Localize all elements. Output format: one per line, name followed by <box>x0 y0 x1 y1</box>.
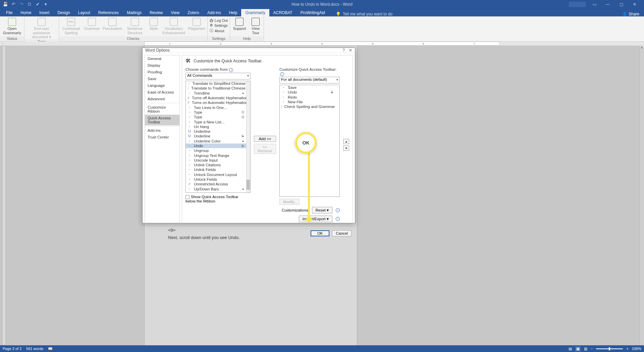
tab-layout[interactable]: Layout <box>74 9 94 16</box>
list-item[interactable]: ▫Check Spelling and Grammar <box>280 104 339 109</box>
list-item[interactable]: UUnderline|▸ <box>186 134 250 138</box>
list-item[interactable]: ▫Undo|▸ <box>186 143 250 148</box>
sidebar-item-trust[interactable]: Trust Center <box>145 134 179 140</box>
list-item[interactable]: ▫Unlink Fields <box>186 167 250 172</box>
read-mode-icon[interactable]: ▤ <box>569 347 572 351</box>
move-down-button[interactable]: ▾ <box>343 145 349 151</box>
sidebar-item-save[interactable]: Save <box>145 75 179 82</box>
contextual-spelling-button[interactable]: ABCContextual Spelling <box>61 18 81 35</box>
about-link[interactable]: ⓘAbout <box>210 28 228 33</box>
sidebar-item-addins[interactable]: Add-ins <box>145 127 179 134</box>
customize-qat-combo[interactable]: For all documents (default) <box>279 77 340 83</box>
vocab-button[interactable]: Vocabulary Enhancement <box>162 18 185 35</box>
tab-view[interactable]: View <box>167 9 184 16</box>
zoom-slider[interactable] <box>596 348 623 349</box>
tab-acrobat[interactable]: ACROBAT <box>269 9 297 16</box>
tab-mailings[interactable]: Mailings <box>123 9 146 16</box>
settings-link[interactable]: ⚙Settings <box>210 23 228 27</box>
web-layout-icon[interactable]: ▥ <box>584 347 587 351</box>
tab-review[interactable]: Review <box>146 9 167 16</box>
undo-icon[interactable]: ↶ <box>11 2 16 7</box>
list-item[interactable]: UUnderline <box>186 129 250 134</box>
logout-link[interactable]: ⏻Log Out <box>210 18 228 22</box>
word-count[interactable]: 561 words <box>26 347 43 351</box>
import-export-button[interactable]: Import/Export ▾ <box>299 216 332 222</box>
list-item[interactable]: ▫Unlock Document Layout <box>186 172 250 177</box>
zoom-level[interactable]: 100% <box>632 347 641 351</box>
list-item[interactable]: ▫New File <box>280 100 339 104</box>
list-item[interactable]: ▫Undo|▸ <box>280 90 339 95</box>
ribbon-display-icon[interactable]: ▭ <box>590 2 599 7</box>
view-tour-button[interactable]: View Tour <box>250 18 262 35</box>
choose-commands-combo[interactable]: All Commands <box>185 73 251 79</box>
list-item[interactable]: ▫Update <box>186 191 250 193</box>
list-item[interactable]: ▫Unlink Citations <box>186 163 250 167</box>
tab-references[interactable]: References <box>94 9 123 16</box>
sidebar-item-advanced[interactable]: Advanced <box>145 96 179 102</box>
print-layout-icon[interactable]: ▦ <box>575 346 581 351</box>
redo-icon[interactable]: ↷ <box>19 2 24 7</box>
list-item[interactable]: ▫Unlock Fields <box>186 177 250 182</box>
tab-zotero[interactable]: Zotero <box>183 9 203 16</box>
sidebar-item-display[interactable]: Display <box>145 62 179 69</box>
dialog-help-icon[interactable]: ? <box>342 48 345 53</box>
sidebar-item-ease[interactable]: Ease of Access <box>145 89 179 96</box>
tab-file[interactable]: File <box>2 9 16 16</box>
zoom-in-button[interactable]: + <box>626 347 628 351</box>
tab-grammarly[interactable]: Grammarly <box>241 9 269 16</box>
zoom-out-button[interactable]: − <box>591 347 593 351</box>
list-item[interactable]: ✓Unrestricted Access <box>186 182 250 186</box>
sidebar-item-customize-ribbon[interactable]: Customize Ribbon <box>145 104 179 115</box>
dialog-close-icon[interactable]: ✕ <box>349 48 352 53</box>
punctuation-button[interactable]: Punctuation <box>103 18 122 31</box>
move-up-button[interactable]: ▴ <box>343 139 349 144</box>
support-button[interactable]: Support <box>232 18 247 31</box>
spellcheck-icon[interactable]: ✔ <box>35 2 40 7</box>
spellcheck-status-icon[interactable]: 📖 <box>48 347 53 351</box>
list-item[interactable]: ▫Trendline▸ <box>186 91 250 96</box>
doc-type-button[interactable]: End-user assistance document ▾ <box>26 18 57 39</box>
list-item[interactable]: ▫Two Lines in One... <box>186 105 250 110</box>
list-item[interactable]: ▫Redo <box>280 95 339 100</box>
tab-addins[interactable]: Add-ins <box>203 9 225 16</box>
save-icon[interactable]: 💾 <box>3 2 8 7</box>
listbox-scrollbar[interactable] <box>246 81 250 192</box>
list-item[interactable]: ▫Unicode Input <box>186 158 250 163</box>
list-item[interactable]: ▫Translate to Simplified Chinese <box>186 81 250 86</box>
share-button[interactable]: 👤 Share <box>622 12 639 16</box>
tab-home[interactable]: Home <box>16 9 35 16</box>
plagiarism-button[interactable]: Plagiarism <box>188 18 205 31</box>
add-button[interactable]: Add >> <box>254 136 276 142</box>
info-icon[interactable]: i <box>280 72 284 76</box>
remove-button[interactable]: << Remove <box>254 144 276 154</box>
list-item[interactable]: ✓Turns off Automatic Hyphenation <box>186 96 250 100</box>
open-grammarly-button[interactable]: Open Grammarly <box>2 18 22 35</box>
list-item[interactable]: ▫Type⊡ <box>186 115 250 119</box>
commands-listbox[interactable]: ▫Translate to Simplified Chinese▫Transla… <box>185 81 251 193</box>
list-item[interactable]: ▫Type⊡ <box>186 110 250 115</box>
ok-button[interactable]: OK <box>311 230 329 236</box>
tab-prowritingaid[interactable]: ProWritingAid <box>297 9 329 16</box>
list-item[interactable]: ▫Up/Down Bars▸ <box>186 187 250 191</box>
list-item[interactable]: ▫Underline Color▸ <box>186 139 250 143</box>
scrollbar-thumb[interactable] <box>247 180 250 190</box>
show-below-checkbox[interactable]: Show Quick Access Toolbar below the Ribb… <box>185 195 246 203</box>
sentence-structure-button[interactable]: Sentence Structure <box>125 18 145 35</box>
cancel-button[interactable]: Cancel <box>332 230 352 236</box>
list-item[interactable]: ▫Ungroup Text Range <box>186 153 250 158</box>
reset-button[interactable]: Reset ▾ <box>312 207 332 214</box>
info-icon[interactable]: i <box>229 68 233 72</box>
tab-insert[interactable]: Insert <box>35 9 53 16</box>
page-indicator[interactable]: Page 2 of 2 <box>3 347 21 351</box>
customize-qat-icon[interactable]: ▾ <box>43 2 48 7</box>
list-item[interactable]: ▫Un Hang <box>186 124 250 129</box>
maximize-icon[interactable]: ▢ <box>616 2 626 7</box>
sidebar-item-qat[interactable]: Quick Access Toolbar <box>145 115 179 125</box>
account-badge[interactable] <box>569 2 586 7</box>
list-item[interactable]: ▫Save <box>280 85 339 90</box>
list-item[interactable]: ▫Type a New List... <box>186 119 250 124</box>
tab-help[interactable]: Help <box>225 9 241 16</box>
list-item[interactable]: ✓Turns on Automatic Hyphenation <box>186 100 250 105</box>
info-icon[interactable]: i <box>336 217 340 221</box>
grammar-button[interactable]: Grammar <box>84 18 100 31</box>
